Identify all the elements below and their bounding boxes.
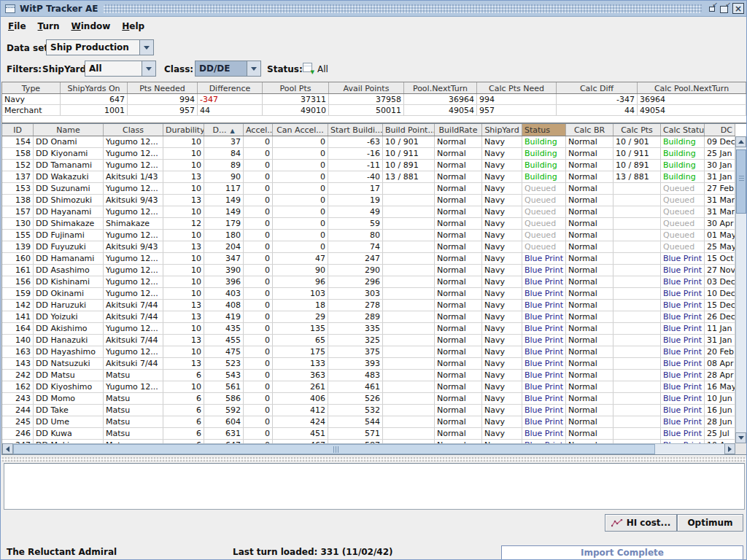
table-row[interactable]: 159DD OkinamiYugumo 12...104030103303Nor… bbox=[2, 288, 735, 300]
table-cell: 0 bbox=[244, 370, 273, 381]
table-row[interactable]: 137DD WakazukiAkitsuki 1/43139000-4013 /… bbox=[2, 171, 735, 183]
table-cell: 139 bbox=[2, 241, 34, 252]
select-all-icon[interactable] bbox=[303, 63, 312, 72]
column-header[interactable]: Calc Pts Need bbox=[477, 82, 557, 93]
column-header[interactable]: Type bbox=[2, 82, 61, 93]
chevron-down-icon[interactable] bbox=[139, 40, 153, 55]
column-header[interactable]: Name bbox=[34, 124, 104, 136]
column-header[interactable]: Status bbox=[522, 124, 566, 136]
close-icon[interactable]: × bbox=[732, 3, 744, 14]
table-row[interactable]: 157DD HayanamiYugumo 12...101490049Norma… bbox=[2, 206, 735, 218]
table-row[interactable]: 245DD UmeMatsu66040424544NormalNavyBlue … bbox=[2, 416, 735, 428]
table-cell: Blue Print bbox=[522, 358, 566, 369]
table-row[interactable]: 155DD FujinamiYugumo 12...101800080Norma… bbox=[2, 230, 735, 241]
table-row[interactable]: 142DD HaruzukiAkitsuki 7/4413408018278No… bbox=[2, 300, 735, 311]
horizontal-scrollbar[interactable] bbox=[2, 443, 735, 454]
scenario-name: The Reluctant Admiral bbox=[7, 547, 117, 557]
column-header[interactable]: Calc Diff bbox=[557, 82, 638, 93]
table-row[interactable]: 152DD TamanamiYugumo 12...108900-1110 / … bbox=[2, 160, 735, 171]
notes-textarea[interactable] bbox=[4, 463, 745, 510]
chevron-down-icon[interactable] bbox=[247, 61, 260, 76]
table-cell: Yugumo 12... bbox=[104, 323, 163, 334]
column-header[interactable]: Calc BR bbox=[566, 124, 614, 136]
column-header[interactable]: ID bbox=[2, 124, 34, 136]
column-header[interactable]: ShipYards On bbox=[61, 82, 128, 93]
optimum-button[interactable]: Optimum bbox=[677, 514, 743, 532]
title-bar[interactable]: WitP Tracker AE × bbox=[1, 1, 747, 17]
table-row[interactable]: 164DD AkishimoYugumo 12...104350135335No… bbox=[2, 323, 735, 335]
scroll-right-icon[interactable] bbox=[724, 443, 735, 454]
table-row[interactable]: 160DD HamanamiYugumo 12...10347047247Nor… bbox=[2, 253, 735, 265]
column-header[interactable]: Calc Pts bbox=[614, 124, 661, 136]
column-header[interactable]: Can Accel... bbox=[273, 124, 328, 136]
table-cell: Blue Print bbox=[522, 393, 566, 404]
table-row[interactable]: 140DD HanazukiAkitsuki 7/4413455065325No… bbox=[2, 335, 735, 346]
column-header[interactable]: Pts Needed bbox=[128, 82, 198, 93]
column-header[interactable]: Avail Points bbox=[329, 82, 404, 93]
menu-turn[interactable]: Turn bbox=[34, 20, 67, 33]
column-header[interactable]: DC bbox=[705, 124, 735, 136]
horizontal-scroll-thumb[interactable] bbox=[13, 444, 655, 454]
table-cell: 0 bbox=[273, 160, 328, 171]
column-header[interactable]: Pool.NextTurn bbox=[404, 82, 477, 93]
table-row[interactable]: 163DD HayashimoYugumo 12...104750175375N… bbox=[2, 346, 735, 358]
chevron-down-icon[interactable] bbox=[142, 61, 155, 76]
scroll-up-icon[interactable] bbox=[735, 136, 746, 147]
scroll-left-icon[interactable] bbox=[2, 443, 13, 454]
table-row[interactable]: 143DD NatsuzukiAkitsuki 7/44135230133393… bbox=[2, 358, 735, 370]
scroll-down-icon[interactable] bbox=[735, 432, 746, 443]
table-row[interactable]: 139DD FuyuzukiAkitsuki 9/43132040074Norm… bbox=[2, 241, 735, 253]
column-header[interactable]: Build Point... bbox=[383, 124, 435, 136]
table-row[interactable]: 138DD ShimozukiAkitsuki 9/43131490019Nor… bbox=[2, 195, 735, 206]
maximize-icon[interactable] bbox=[719, 4, 730, 14]
table-row[interactable]: 162DD KiyoshimoYugumo 12...105610261461N… bbox=[2, 381, 735, 393]
menu-file[interactable]: File bbox=[4, 20, 34, 33]
column-header[interactable]: Start Buildi... bbox=[328, 124, 383, 136]
table-cell: 10 bbox=[163, 148, 204, 159]
dataset-combobox[interactable]: Ship Production bbox=[46, 39, 154, 55]
column-header[interactable]: D...▲ bbox=[204, 124, 244, 136]
table-cell: 0 bbox=[244, 323, 273, 334]
column-header[interactable]: Calc Status bbox=[661, 124, 705, 136]
table-cell: Blue Print bbox=[522, 428, 566, 439]
table-cell bbox=[614, 183, 661, 194]
table-row[interactable]: 244DD TakeMatsu65920412532NormalNavyBlue… bbox=[2, 405, 735, 416]
column-header[interactable]: Accel... bbox=[244, 124, 273, 136]
column-header[interactable]: ShipYard bbox=[482, 124, 522, 136]
table-cell: 957 bbox=[128, 105, 198, 115]
table-cell bbox=[383, 358, 435, 369]
table-row[interactable]: Navy647994-347373113795836964994-3473696… bbox=[2, 94, 746, 105]
class-combobox[interactable]: DD/DE bbox=[195, 61, 261, 77]
shipyard-combobox[interactable]: All bbox=[85, 61, 156, 77]
column-header[interactable]: Calc Pool.NextTurn bbox=[638, 82, 746, 93]
table-row[interactable]: 161DD AsashimoYugumo 12...10390090290Nor… bbox=[2, 265, 735, 276]
minimize-icon[interactable] bbox=[708, 4, 717, 13]
column-header[interactable]: Difference bbox=[198, 82, 263, 93]
table-cell bbox=[614, 218, 661, 229]
table-cell: Normal bbox=[566, 148, 614, 159]
table-row[interactable]: 156DD KishinamiYugumo 12...10396096296No… bbox=[2, 276, 735, 288]
table-row[interactable]: Merchant10019574449010500114905495744490… bbox=[2, 105, 746, 116]
table-row[interactable]: 246DD KuwaMatsu66310451571NormalNavyBlue… bbox=[2, 428, 735, 440]
table-row[interactable]: 158DD KiyonamiYugumo 12...108400-1610 / … bbox=[2, 148, 735, 160]
table-cell: 289 bbox=[328, 311, 383, 322]
vertical-scroll-thumb[interactable] bbox=[736, 149, 746, 214]
table-row[interactable]: 141DD YoizukiAkitsuki 7/4413419029289Nor… bbox=[2, 311, 735, 323]
menu-help[interactable]: Help bbox=[117, 20, 152, 33]
column-header[interactable]: Durability bbox=[163, 124, 204, 136]
table-cell: DD Tamanami bbox=[34, 160, 104, 171]
table-row[interactable]: 130DD ShimakazeShimakaze121790059NormalN… bbox=[2, 218, 735, 230]
menu-window[interactable]: Window bbox=[66, 20, 117, 33]
table-cell: Blue Print bbox=[661, 311, 705, 322]
table-cell: 84 bbox=[204, 148, 244, 159]
table-row[interactable]: 242DD MatsuMatsu65430363483NormalNavyBlu… bbox=[2, 370, 735, 381]
column-header[interactable]: Pool Pts bbox=[263, 82, 329, 93]
vertical-scrollbar[interactable] bbox=[735, 136, 746, 443]
table-row[interactable]: 154DD OnamiYugumo 12...103700-6310 / 901… bbox=[2, 136, 735, 148]
hi-cost-button[interactable]: HI cost... bbox=[605, 514, 677, 532]
column-header[interactable]: BuildRate bbox=[435, 124, 482, 136]
table-row[interactable]: 243DD MomoMatsu65860406526NormalNavyBlue… bbox=[2, 393, 735, 405]
table-cell: 162 bbox=[2, 381, 34, 392]
table-row[interactable]: 153DD SuzunamiYugumo 12...101170017Norma… bbox=[2, 183, 735, 195]
column-header[interactable]: Class bbox=[104, 124, 163, 136]
